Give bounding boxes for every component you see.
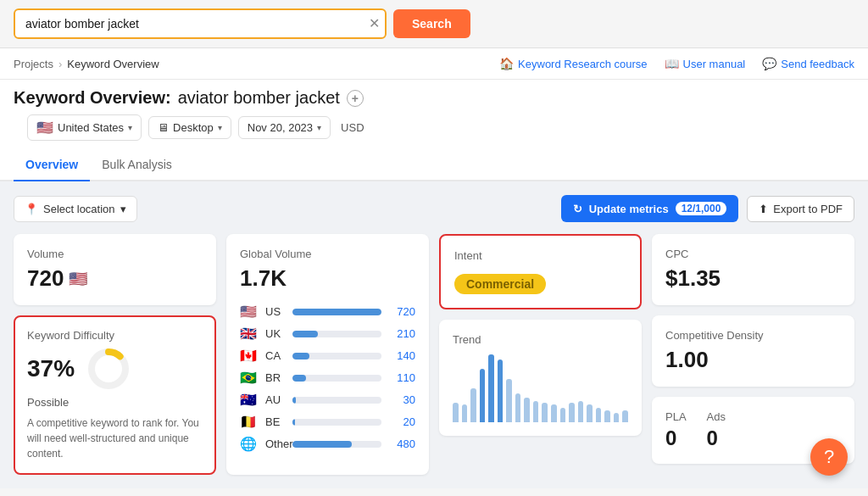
trend-bar xyxy=(453,403,459,422)
trend-bar xyxy=(524,398,530,422)
country-code: BE xyxy=(265,415,286,428)
volume-card: Volume 720 🇺🇸 xyxy=(14,234,216,305)
user-manual-link[interactable]: 📖 User manual xyxy=(665,57,746,70)
trend-bar xyxy=(470,388,476,422)
search-bar: ✕ Search xyxy=(0,0,868,48)
country-bar-track xyxy=(292,441,381,448)
country-row: 🇦🇺 AU 30 xyxy=(240,392,415,408)
trend-bar xyxy=(498,359,504,422)
pla-value: 0 xyxy=(665,426,687,450)
keyword-research-course-link[interactable]: 🏠 Keyword Research course xyxy=(499,57,647,70)
col-3: Intent Commercial Trend xyxy=(439,234,642,475)
country-bar-fill xyxy=(292,309,381,315)
ads-value: 0 xyxy=(707,426,726,450)
page-title: Keyword Overview: aviator bomber jacket … xyxy=(14,88,854,108)
cards-grid: Volume 720 🇺🇸 Keyword Difficulty 37% xyxy=(14,234,854,475)
kd-donut-chart xyxy=(86,347,131,391)
country-row: 🌐 Other 480 xyxy=(240,436,415,452)
volume-flag: 🇺🇸 xyxy=(69,270,87,288)
country-code: BR xyxy=(265,371,286,384)
send-feedback-link[interactable]: 💬 Send feedback xyxy=(762,57,854,70)
filters-row: 🇺🇸 United States ▾ 🖥 Desktop ▾ Nov 20, 2… xyxy=(14,108,854,149)
tab-bulk-analysis[interactable]: Bulk Analysis xyxy=(90,149,183,181)
trend-bar xyxy=(480,369,486,422)
country-flag-icon: 🇦🇺 xyxy=(240,392,259,408)
date-chevron-icon: ▾ xyxy=(317,123,321,132)
date-filter[interactable]: Nov 20, 2023 ▾ xyxy=(238,116,331,139)
kd-value: 37% xyxy=(27,355,75,382)
trend-bar xyxy=(604,410,610,422)
trend-bar xyxy=(542,403,548,422)
kd-possible: Possible xyxy=(27,396,203,409)
trend-chart xyxy=(453,354,628,422)
update-metrics-button[interactable]: ↻ Update metrics 12/1,000 xyxy=(561,195,739,222)
pla-label: PLA xyxy=(665,410,687,423)
country-num: 720 xyxy=(388,305,415,318)
country-bar-fill xyxy=(292,375,306,382)
tab-overview[interactable]: Overview xyxy=(14,149,90,181)
update-metrics-label: Update metrics xyxy=(589,203,669,215)
trend-bar xyxy=(533,401,539,422)
kd-label: Keyword Difficulty xyxy=(27,329,203,342)
intent-card: Intent Commercial xyxy=(439,234,642,309)
country-flag: 🇺🇸 xyxy=(36,120,53,136)
export-label: Export to PDF xyxy=(773,203,843,215)
country-bar-fill xyxy=(292,353,309,359)
trend-bar xyxy=(560,408,566,422)
cd-value: 1.00 xyxy=(665,347,841,373)
trend-bar xyxy=(587,404,593,422)
search-button[interactable]: Search xyxy=(393,9,470,38)
kd-card: Keyword Difficulty 37% Possible A compet… xyxy=(14,315,216,475)
country-flag-icon: 🇧🇷 xyxy=(240,370,259,386)
pla-col: PLA 0 xyxy=(665,410,687,450)
global-volume-card: Global Volume 1.7K 🇺🇸 US 720 🇬🇧 UK 210 🇨… xyxy=(226,234,429,475)
cpc-label: CPC xyxy=(665,248,841,260)
send-feedback-label: Send feedback xyxy=(781,58,854,70)
location-chevron-icon: ▾ xyxy=(120,203,126,215)
trend-label: Trend xyxy=(453,333,628,346)
search-clear-button[interactable]: ✕ xyxy=(369,17,380,31)
country-code: US xyxy=(265,305,286,318)
trend-card: Trend xyxy=(439,320,642,436)
country-chevron-icon: ▾ xyxy=(128,123,132,132)
country-bar-fill xyxy=(292,397,296,404)
currency-label: USD xyxy=(337,117,367,138)
country-num: 20 xyxy=(388,415,415,428)
country-flag-icon: 🇬🇧 xyxy=(240,326,259,342)
country-num: 480 xyxy=(388,437,415,450)
country-bar-track xyxy=(292,353,381,359)
search-input[interactable] xyxy=(14,8,387,39)
kd-row: 37% xyxy=(27,347,203,391)
select-location-label: Select location xyxy=(43,203,115,215)
keyword-research-course-label: Keyword Research course xyxy=(518,58,647,70)
header-links: 🏠 Keyword Research course 📖 User manual … xyxy=(499,57,854,70)
country-flag-icon: 🇨🇦 xyxy=(240,348,259,364)
volume-label: Volume xyxy=(27,248,203,260)
device-filter[interactable]: 🖥 Desktop ▾ xyxy=(148,116,231,139)
country-code: UK xyxy=(265,327,286,340)
intent-badge: Commercial xyxy=(454,274,546,294)
country-bar-track xyxy=(292,419,381,426)
user-manual-label: User manual xyxy=(683,58,746,70)
add-keyword-button[interactable]: + xyxy=(347,90,364,107)
country-code: CA xyxy=(265,349,286,362)
page-title-prefix: Keyword Overview: xyxy=(14,88,171,108)
country-bar-track xyxy=(292,397,381,404)
country-filter[interactable]: 🇺🇸 United States ▾ xyxy=(27,114,142,141)
page-title-section: Keyword Overview: aviator bomber jacket … xyxy=(0,80,868,149)
country-bar-fill xyxy=(292,419,295,426)
trend-bar xyxy=(515,393,521,422)
breadcrumb-current: Keyword Overview xyxy=(67,58,159,70)
date-label: Nov 20, 2023 xyxy=(248,121,313,134)
country-bar-fill xyxy=(292,441,352,448)
header-nav: Projects › Keyword Overview 🏠 Keyword Re… xyxy=(0,48,868,80)
location-select[interactable]: 📍 Select location ▾ xyxy=(14,196,137,222)
help-fab[interactable]: ? xyxy=(810,438,848,476)
toolbar-right: ↻ Update metrics 12/1,000 ⬆ Export to PD… xyxy=(561,195,854,222)
country-flag-icon: 🇺🇸 xyxy=(240,304,259,320)
breadcrumb-parent[interactable]: Projects xyxy=(14,58,53,70)
trend-bar xyxy=(462,404,468,422)
export-button[interactable]: ⬆ Export to PDF xyxy=(747,196,854,222)
search-input-wrap: ✕ xyxy=(14,8,387,39)
country-code: AU xyxy=(265,393,286,406)
